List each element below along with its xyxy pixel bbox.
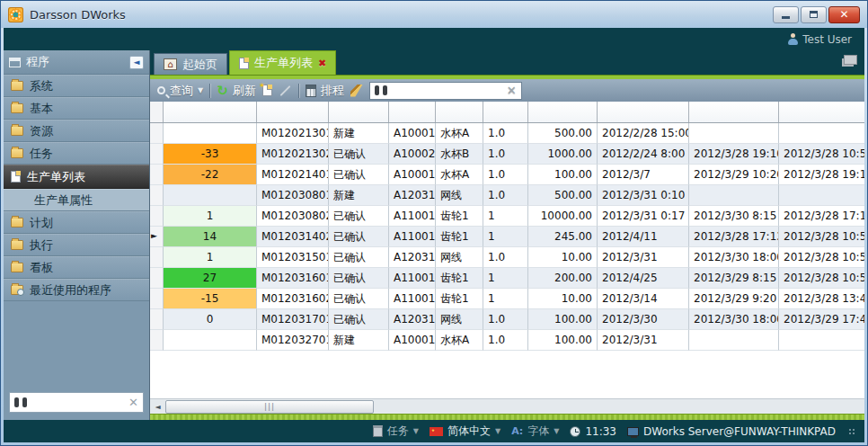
cell-item[interactable]: A10001 <box>389 330 436 351</box>
cell-due[interactable]: 2012/3/7 <box>598 165 689 185</box>
sidebar-item[interactable]: 资源 <box>4 120 149 142</box>
cell-no[interactable]: M012030801 <box>257 185 329 206</box>
column-header[interactable] <box>528 102 598 122</box>
table-search-input[interactable] <box>393 85 501 97</box>
cell-qty[interactable]: 1000.00 <box>528 144 598 165</box>
edit-button[interactable] <box>279 90 292 92</box>
column-header[interactable] <box>436 102 483 122</box>
title-bar[interactable]: Darsson DWorks ✕ <box>1 1 867 28</box>
table-row[interactable]: 1M012031501已确认A12031网线1.010.002012/3/312… <box>150 247 864 268</box>
cell-qty[interactable]: 10000.00 <box>528 206 598 227</box>
cell-qty[interactable]: 500.00 <box>528 185 598 206</box>
tab-list-icon[interactable] <box>844 55 857 65</box>
table-row[interactable]: M012032701新建A10001水杯A1.0100.002012/3/31 <box>150 330 864 351</box>
cell-item[interactable]: A10001 <box>389 165 436 185</box>
sidebar-item[interactable]: 生产单列表 <box>4 165 149 189</box>
cell-due[interactable]: 2012/3/14 <box>598 289 689 309</box>
sidebar-item[interactable]: 最近使用的程序 <box>4 279 149 301</box>
cell-sched_start[interactable] <box>779 330 864 351</box>
cell-name[interactable]: 水杯A <box>436 330 483 351</box>
minimize-button[interactable] <box>773 6 799 23</box>
cell-no[interactable]: M012030802 <box>257 206 329 227</box>
row-selector[interactable] <box>150 247 164 268</box>
cell-no[interactable]: M012021401 <box>257 165 329 185</box>
row-selector[interactable] <box>150 144 164 165</box>
sidebar-item[interactable]: 计划 <box>4 211 149 234</box>
cell-status[interactable]: 已确认 <box>329 309 389 330</box>
cell-due[interactable]: 2012/3/31 <box>598 247 689 268</box>
column-header[interactable] <box>389 102 436 122</box>
table-row[interactable]: M012021301新建A10001水杯A1.0500.002012/2/28 … <box>150 123 864 144</box>
cell-item[interactable]: A10001 <box>389 123 436 144</box>
cell-ver[interactable]: 1.0 <box>483 330 528 351</box>
chevron-down-icon[interactable]: ▼ <box>413 427 419 435</box>
cell-name[interactable]: 齿轮1 <box>436 227 483 247</box>
cell-diff[interactable]: -33 <box>164 144 257 165</box>
cell-ver[interactable]: 1.0 <box>483 185 528 206</box>
cell-diff[interactable]: 1 <box>164 206 257 227</box>
sidebar-item[interactable]: 系统 <box>4 75 149 97</box>
cell-item[interactable]: A11001 <box>389 268 436 289</box>
row-selector[interactable] <box>150 309 164 330</box>
row-selector[interactable] <box>150 123 164 144</box>
cell-due[interactable]: 2012/3/31 0:10 <box>598 185 689 206</box>
tab-close-icon[interactable]: ✖ <box>318 58 326 69</box>
cell-diff[interactable]: 0 <box>164 309 257 330</box>
sidebar-search-clear-icon[interactable]: ✕ <box>128 396 138 409</box>
cell-ver[interactable]: 1.0 <box>483 247 528 268</box>
row-selector[interactable] <box>150 289 164 309</box>
cell-name[interactable]: 齿轮1 <box>436 206 483 227</box>
cell-sched_end[interactable]: 2012/3/28 19:10 <box>689 144 779 165</box>
cell-name[interactable]: 水杯A <box>436 123 483 144</box>
cell-qty[interactable]: 500.00 <box>528 123 598 144</box>
table-row[interactable]: 1M012030802已确认A11001齿轮1110000.002012/3/3… <box>150 206 864 227</box>
sidebar-item[interactable]: 执行 <box>4 234 149 256</box>
table-row[interactable]: M012030801新建A12031网线1.0500.002012/3/31 0… <box>150 185 864 206</box>
cell-sched_start[interactable]: 2012/3/28 10:52 <box>779 247 864 268</box>
cell-status[interactable]: 已确认 <box>329 289 389 309</box>
cell-ver[interactable]: 1.0 <box>483 165 528 185</box>
cell-diff[interactable]: 14 <box>164 227 257 247</box>
cell-due[interactable]: 2012/3/30 <box>598 309 689 330</box>
cell-sched_end[interactable]: 2012/3/29 9:20 <box>689 289 779 309</box>
table-row[interactable]: 0M012031701已确认A12031网线1.0100.002012/3/30… <box>150 309 864 330</box>
cell-no[interactable]: M012021302 <box>257 144 329 165</box>
cell-diff[interactable] <box>164 330 257 351</box>
cell-diff[interactable]: 27 <box>164 268 257 289</box>
scroll-left-icon[interactable]: ◄ <box>150 399 165 415</box>
tab[interactable]: ⌂ 起始页 <box>154 53 227 75</box>
cell-qty[interactable]: 100.00 <box>528 165 598 185</box>
cell-diff[interactable]: -15 <box>164 289 257 309</box>
sidebar-item[interactable]: 任务 <box>4 142 149 165</box>
cell-item[interactable]: A12031 <box>389 185 436 206</box>
cell-status[interactable]: 新建 <box>329 123 389 144</box>
cell-name[interactable]: 水杯B <box>436 144 483 165</box>
cell-status[interactable]: 已确认 <box>329 165 389 185</box>
cell-item[interactable]: A12031 <box>389 247 436 268</box>
task-menu[interactable]: 任务 ▼ <box>373 424 419 439</box>
column-header[interactable] <box>329 102 389 122</box>
cell-qty[interactable]: 100.00 <box>528 309 598 330</box>
current-user[interactable]: Test User <box>788 33 859 46</box>
cell-sched_start[interactable]: 2012/3/29 17:46 <box>779 309 864 330</box>
cell-item[interactable]: A11001 <box>389 227 436 247</box>
cell-sched_end[interactable] <box>689 123 779 144</box>
cell-item[interactable]: A10002 <box>389 144 436 165</box>
cell-name[interactable]: 网线 <box>436 247 483 268</box>
chevron-down-icon[interactable]: ▼ <box>495 427 500 435</box>
chevron-down-icon[interactable]: ▼ <box>554 427 559 435</box>
cell-due[interactable]: 2012/2/28 15:00 <box>598 123 689 144</box>
cell-ver[interactable]: 1.0 <box>483 123 528 144</box>
cell-qty[interactable]: 10.00 <box>528 247 598 268</box>
cell-qty[interactable]: 200.00 <box>528 268 598 289</box>
column-header[interactable] <box>483 102 528 122</box>
cell-status[interactable]: 已确认 <box>329 144 389 165</box>
cell-sched_start[interactable]: 2012/3/28 10:52 <box>779 144 864 165</box>
row-selector[interactable] <box>150 185 164 206</box>
cell-sched_start[interactable]: 2012/3/28 19:10 <box>779 165 864 185</box>
cell-item[interactable]: A11001 <box>389 206 436 227</box>
cell-ver[interactable]: 1 <box>483 289 528 309</box>
cell-no[interactable]: M012031701 <box>257 309 329 330</box>
table-search-box[interactable]: ✕ <box>369 82 522 100</box>
resize-grip[interactable] <box>848 428 855 435</box>
